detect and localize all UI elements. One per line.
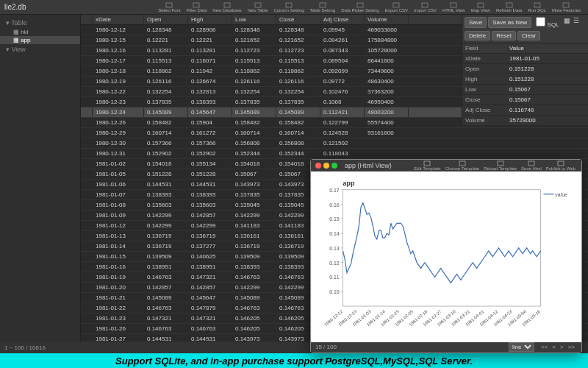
promo-banner: Support SQLite, and in-app purchase supp… (0, 353, 588, 368)
toolbar-column-setting[interactable]: Column Setting (271, 1, 307, 13)
svg-text:0.14: 0.14 (329, 231, 340, 236)
toolbar-run-sql[interactable]: Run SQL (525, 1, 549, 13)
chart-body: appvalue0.100.110.120.130.140.150.160.17… (311, 171, 581, 342)
toolbar-export-csv[interactable]: Export CSV (382, 1, 411, 13)
table-row[interactable]: 1980-12-310.1529020.1529020.1523440.1523… (81, 149, 588, 159)
svg-text:0.15: 0.15 (329, 216, 340, 222)
toolbar-refresh-data[interactable]: Refresh Data (493, 1, 525, 13)
delete-button[interactable]: Delete (465, 31, 490, 40)
col-header[interactable]: Low (232, 15, 276, 24)
col-header[interactable]: Close (276, 15, 320, 24)
col-header[interactable] (81, 15, 93, 24)
detail-row[interactable]: Low0.15067 (462, 85, 588, 95)
toolbar-new-table[interactable]: New Table (245, 1, 271, 13)
svg-rect-16 (498, 161, 503, 166)
col-header[interactable]: Adj Close (320, 15, 365, 24)
svg-rect-5 (320, 3, 326, 7)
grid-icon[interactable]: ▦ (562, 17, 572, 24)
svg-rect-6 (357, 3, 363, 7)
detail-panel: SaveSave as New SQL▦☰DeleteResetClear Fi… (462, 15, 588, 126)
col-header[interactable]: Volume (365, 15, 409, 24)
svg-rect-18 (558, 161, 564, 166)
reset-button[interactable]: Reset (492, 31, 516, 40)
table-row[interactable]: 1980-12-290.1607140.1612720.1607140.1607… (81, 128, 588, 138)
toolbar-more-features[interactable]: More Features (549, 1, 584, 13)
toolbar-data-picker-setting[interactable]: Data Picker Setting (338, 1, 381, 13)
chart-type-select[interactable]: line (509, 342, 534, 352)
sidebar: ▾ Table ▦ hkl▦ app ▾ View (0, 15, 81, 342)
toolbar-html-view[interactable]: HTML View (440, 1, 468, 13)
toolbar-new-database[interactable]: New Database (209, 1, 244, 13)
detail-row[interactable]: Open0.151228 (462, 64, 588, 74)
svg-rect-14 (424, 161, 430, 166)
svg-rect-9 (451, 3, 456, 7)
sidebar-item-hkl[interactable]: ▦ hkl (0, 28, 80, 36)
chart-nav[interactable]: > (558, 344, 566, 350)
zoom-icon[interactable] (331, 163, 337, 169)
svg-text:0.16: 0.16 (329, 202, 340, 208)
toolbar-table-setting[interactable]: Table Setting (307, 1, 339, 13)
chart-nav[interactable]: << (539, 344, 550, 350)
svg-rect-3 (255, 3, 261, 7)
detail-row[interactable]: Close0.15067 (462, 95, 588, 105)
clear-button[interactable]: Clear (517, 31, 540, 40)
toolbar-map-view[interactable]: Map View (468, 1, 493, 13)
detail-row[interactable]: Volume35728000 (462, 116, 588, 126)
save-as-new-button[interactable]: Save as New (488, 17, 531, 28)
save-button[interactable]: Save (465, 17, 487, 28)
chart-row-count: 15 / 100 (315, 344, 337, 350)
chart-nav[interactable]: < (550, 344, 558, 350)
svg-text:0.10: 0.10 (329, 289, 340, 294)
chart-choose-template[interactable]: Choose Template (444, 160, 481, 171)
sidebar-view-header[interactable]: ▾ View (0, 44, 80, 54)
svg-rect-2 (224, 3, 230, 7)
svg-rect-1 (193, 3, 199, 7)
chart-reload-template[interactable]: Reload Template (482, 160, 518, 171)
table-row[interactable]: 1980-12-300.1573660.1573660.1568080.1568… (81, 138, 588, 149)
chart-save-html[interactable]: Save Html (520, 160, 543, 171)
svg-rect-10 (478, 3, 484, 7)
main-toolbar: lie2.db Select FontFilter DataNew Databa… (0, 0, 588, 15)
svg-rect-17 (528, 161, 534, 166)
sidebar-table-header[interactable]: ▾ Table (0, 18, 80, 28)
svg-text:app: app (343, 180, 355, 187)
svg-text:0.13: 0.13 (329, 246, 340, 251)
col-header[interactable]: High (188, 15, 232, 24)
status-row-count: 1 ~ 100 / 10816 (4, 344, 46, 351)
svg-rect-12 (534, 3, 540, 7)
svg-rect-0 (166, 3, 172, 7)
chart-status-bar: 15 / 100 line <<<>>> (311, 342, 581, 353)
minimize-icon[interactable] (323, 163, 329, 169)
col-header[interactable]: xDate (93, 15, 144, 24)
detail-row[interactable]: High0.151228 (462, 74, 588, 85)
svg-text:0.11: 0.11 (329, 275, 340, 280)
svg-text:0.17: 0.17 (329, 188, 340, 193)
window-title: lie2.db (4, 3, 26, 11)
sidebar-item-app[interactable]: ▦ app (0, 36, 80, 44)
svg-rect-7 (393, 3, 399, 7)
svg-rect-11 (506, 3, 512, 7)
toolbar-filter-data[interactable]: Filter Data (184, 1, 210, 13)
svg-text:0.12: 0.12 (329, 261, 340, 266)
close-icon[interactable] (315, 163, 321, 169)
chart-window: app (Html View) Edit TemplateChoose Temp… (310, 159, 582, 353)
svg-rect-15 (459, 161, 465, 166)
svg-rect-13 (563, 3, 569, 7)
detail-row[interactable]: xDate1981-01-05 (462, 54, 588, 64)
chart-publish-to-web[interactable]: Publish to Web (545, 160, 577, 171)
chart-nav[interactable]: >> (566, 344, 577, 350)
toolbar-select-font[interactable]: Select Font (155, 1, 183, 13)
list-icon[interactable]: ☰ (572, 17, 581, 24)
chart-window-title: app (Html View) (345, 162, 392, 169)
svg-rect-53 (343, 190, 541, 306)
svg-text:value: value (555, 192, 567, 197)
col-header[interactable]: Open (144, 15, 188, 24)
svg-rect-8 (422, 3, 428, 7)
toolbar-import-csv[interactable]: Import CSV (411, 1, 440, 13)
svg-rect-4 (286, 3, 292, 7)
detail-row[interactable]: Adj Close0.116746 (462, 105, 588, 116)
chart-edit-template[interactable]: Edit Template (412, 160, 442, 171)
chart-window-titlebar[interactable]: app (Html View) Edit TemplateChoose Temp… (311, 160, 581, 171)
sql-checkbox[interactable] (536, 17, 545, 26)
